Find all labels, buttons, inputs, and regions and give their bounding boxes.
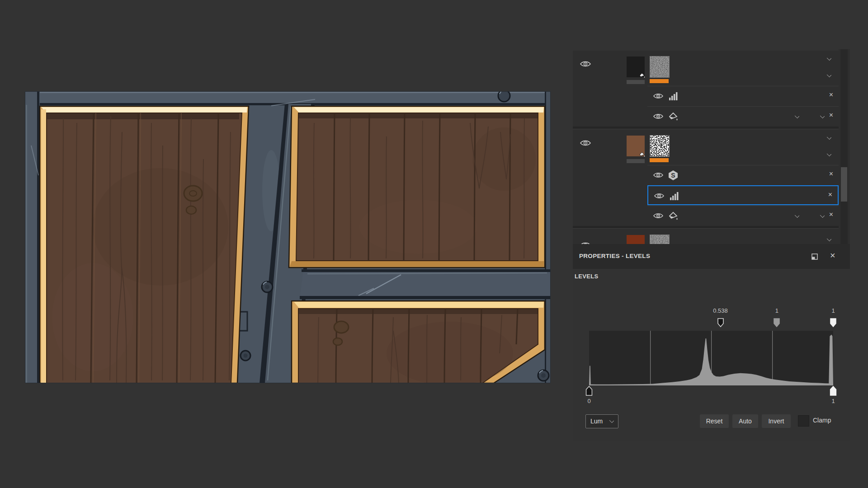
fill-effect-icon	[668, 211, 679, 223]
delete-effect-icon[interactable]: ×	[828, 191, 832, 198]
mask-opacity-bar	[627, 159, 645, 163]
layers-scrollbar[interactable]	[840, 49, 848, 244]
effect-row-levels[interactable]: ×	[647, 185, 839, 205]
delete-effect-icon[interactable]: ×	[829, 211, 833, 218]
wood-panel-bottom-right	[292, 301, 545, 383]
chevron-down-icon	[827, 237, 831, 241]
mask-opacity-bar	[627, 80, 645, 84]
effect-row-levels[interactable]: ×	[647, 86, 839, 106]
delete-effect-icon[interactable]: ×	[829, 170, 833, 178]
levels-effect-icon	[669, 191, 679, 203]
layer-row[interactable]	[573, 129, 839, 165]
visibility-eye-icon[interactable]	[653, 93, 663, 101]
chevron-down-icon	[827, 135, 831, 140]
chevron-down-icon	[820, 114, 825, 118]
properties-header: PROPERTIES - LEVELS ×	[573, 244, 850, 269]
scrollbar-thumb[interactable]	[841, 167, 847, 202]
layer-opacity-bar	[650, 158, 669, 162]
app-window: × × S × ×	[0, 0, 868, 488]
levels-bottom-handle[interactable]	[830, 386, 837, 396]
effect-row-fill[interactable]: ×	[647, 106, 839, 126]
layers-panel: × × S × ×	[573, 49, 850, 244]
layer-mask-thumbnail[interactable]	[627, 56, 645, 77]
levels-handle-value: 1	[831, 307, 835, 314]
levels-effect-icon	[668, 91, 679, 103]
layer-opacity-bar	[650, 79, 669, 83]
reset-button[interactable]: Reset	[700, 414, 729, 428]
levels-top-handle[interactable]	[830, 318, 836, 327]
chevron-down-icon	[795, 213, 799, 218]
delete-effect-icon[interactable]: ×	[829, 112, 833, 119]
levels-handle-value: 0.538	[713, 307, 728, 314]
levels-bottom-handle[interactable]	[586, 386, 593, 396]
chevron-down-icon	[827, 73, 831, 77]
wood-panel-top-right	[289, 106, 545, 267]
close-panel-icon[interactable]: ×	[830, 250, 835, 261]
levels-section-label: LEVELS	[575, 273, 598, 280]
levels-histogram-widget: 0.538 1 1 0 1	[589, 307, 833, 416]
blur-effect-icon: S	[668, 170, 679, 183]
texture-2d-viewport[interactable]	[25, 91, 551, 383]
chevron-down-icon	[827, 56, 831, 61]
channel-value: Lum	[590, 418, 603, 425]
layer-content-thumbnail[interactable]	[650, 135, 670, 157]
layer-mask-thumbnail[interactable]	[627, 136, 645, 156]
chevron-down-icon	[827, 152, 831, 156]
chevron-down-icon	[795, 114, 799, 118]
levels-range-value: 1	[831, 398, 835, 404]
levels-top-handle[interactable]	[717, 318, 724, 327]
channel-select[interactable]: Lum	[585, 414, 618, 428]
svg-text:S: S	[671, 172, 675, 179]
fill-bucket-icon	[639, 151, 646, 158]
effect-row-blur[interactable]: S ×	[647, 165, 839, 185]
effect-row-fill[interactable]: ×	[647, 206, 839, 225]
chevron-down-icon	[609, 418, 614, 423]
properties-title: PROPERTIES - LEVELS	[579, 253, 650, 259]
delete-effect-icon[interactable]: ×	[829, 91, 833, 99]
visibility-eye-icon[interactable]	[653, 212, 663, 221]
fill-effect-icon	[668, 111, 679, 124]
crate-artwork	[25, 91, 551, 383]
visibility-eye-icon[interactable]	[654, 192, 664, 201]
wood-panel-left	[40, 106, 249, 383]
visibility-eye-icon[interactable]	[580, 139, 591, 149]
levels-top-handle[interactable]	[774, 318, 780, 327]
histogram	[589, 331, 833, 385]
fill-bucket-icon	[639, 72, 646, 79]
levels-range-value: 0	[587, 398, 590, 404]
levels-handle-value: 1	[775, 307, 778, 314]
layer-row[interactable]	[573, 50, 839, 86]
visibility-eye-icon[interactable]	[580, 60, 591, 70]
chevron-down-icon	[820, 213, 825, 218]
layer-content-thumbnail[interactable]	[650, 56, 670, 78]
auto-button[interactable]: Auto	[732, 414, 758, 428]
properties-panel: PROPERTIES - LEVELS × LEVELS 0.538 1 1 0…	[573, 244, 850, 441]
visibility-eye-icon[interactable]	[653, 113, 663, 122]
clamp-checkbox[interactable]	[798, 415, 809, 427]
invert-button[interactable]: Invert	[762, 414, 791, 428]
restore-panel-icon[interactable]	[811, 253, 818, 262]
clamp-label: Clamp	[813, 417, 831, 424]
layer-row[interactable]	[573, 228, 839, 246]
visibility-eye-icon[interactable]	[653, 172, 663, 180]
